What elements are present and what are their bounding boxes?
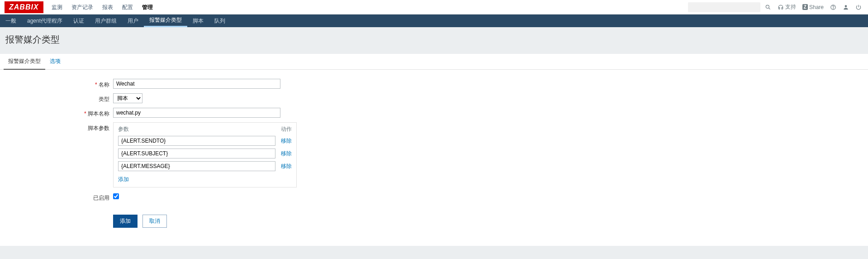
submit-button[interactable]: 添加: [113, 215, 138, 228]
param-row: 移除: [118, 161, 292, 171]
svg-line-1: [769, 8, 770, 9]
top-nav: ZABBIX 监测 资产记录 报表 配置 管理 支持 Z Share: [0, 0, 868, 14]
subnav-scripts[interactable]: 脚本: [187, 14, 209, 27]
name-field[interactable]: [113, 79, 280, 89]
type-select[interactable]: 脚本: [113, 93, 142, 103]
content-panel: 报警媒介类型 选项 名称 类型 脚本 脚本名称 脚本参数: [0, 54, 868, 246]
user-icon[interactable]: [841, 2, 851, 12]
brand-logo[interactable]: ZABBIX: [5, 1, 43, 13]
share-label: Share: [809, 4, 824, 10]
script-params-label: 脚本参数: [0, 122, 113, 132]
param-remove-0[interactable]: 移除: [281, 137, 292, 145]
support-label: 支持: [785, 3, 796, 11]
headset-icon: [778, 4, 784, 10]
tab-mediatype[interactable]: 报警媒介类型: [4, 54, 45, 70]
topnav-admin[interactable]: 管理: [138, 0, 157, 14]
mediatype-form: 名称 类型 脚本 脚本名称 脚本参数 参数: [0, 70, 868, 228]
svg-point-3: [833, 8, 834, 9]
topnav-inventory[interactable]: 资产记录: [67, 0, 98, 14]
topnav-config[interactable]: 配置: [118, 0, 138, 14]
svg-point-4: [845, 5, 847, 7]
content-tabs: 报警媒介类型 选项: [0, 54, 868, 70]
subnav-usergroups[interactable]: 用户群组: [90, 14, 122, 27]
power-icon[interactable]: [854, 2, 863, 12]
param-input-0[interactable]: [118, 136, 275, 146]
param-row: 移除: [118, 136, 292, 146]
share-badge-icon: Z: [802, 4, 808, 10]
enabled-label: 已启用: [0, 192, 113, 202]
cancel-button[interactable]: 取消: [142, 215, 167, 228]
sub-nav: 一般 agent代理程序 认证 用户群组 用户 报警媒介类型 脚本 队列: [0, 14, 868, 27]
help-icon[interactable]: [828, 2, 838, 12]
subnav-users[interactable]: 用户: [122, 14, 144, 27]
enabled-checkbox[interactable]: [113, 193, 119, 199]
subnav-general[interactable]: 一般: [0, 14, 22, 27]
share-link[interactable]: Z Share: [801, 4, 825, 10]
param-add-link[interactable]: 添加: [118, 176, 129, 183]
params-header-action: 动作: [281, 125, 292, 133]
topnav-reports[interactable]: 报表: [98, 0, 118, 14]
search-icon[interactable]: [763, 2, 773, 12]
svg-point-0: [766, 5, 769, 8]
subnav-auth[interactable]: 认证: [68, 14, 90, 27]
script-params-box: 参数 动作 移除 移除 移除 添加: [113, 122, 297, 187]
param-remove-2[interactable]: 移除: [281, 163, 292, 170]
type-label: 类型: [0, 93, 113, 103]
support-link[interactable]: 支持: [776, 3, 798, 11]
param-row: 移除: [118, 149, 292, 158]
param-input-2[interactable]: [118, 161, 275, 171]
page-title: 报警媒介类型: [0, 27, 868, 54]
params-header-param: 参数: [118, 125, 281, 133]
tab-options[interactable]: 选项: [45, 54, 65, 69]
script-name-label: 脚本名称: [0, 108, 113, 118]
subnav-queue[interactable]: 队列: [209, 14, 231, 27]
topnav-monitoring[interactable]: 监测: [47, 0, 67, 14]
subnav-proxies[interactable]: agent代理程序: [22, 14, 68, 27]
script-name-field[interactable]: [113, 108, 280, 118]
param-input-1[interactable]: [118, 149, 275, 158]
param-remove-1[interactable]: 移除: [281, 150, 292, 158]
search-input[interactable]: [688, 2, 760, 12]
subnav-mediatypes[interactable]: 报警媒介类型: [144, 14, 187, 27]
params-header: 参数 动作: [118, 125, 292, 133]
topnav-right: 支持 Z Share: [688, 2, 868, 12]
name-label: 名称: [0, 79, 113, 89]
